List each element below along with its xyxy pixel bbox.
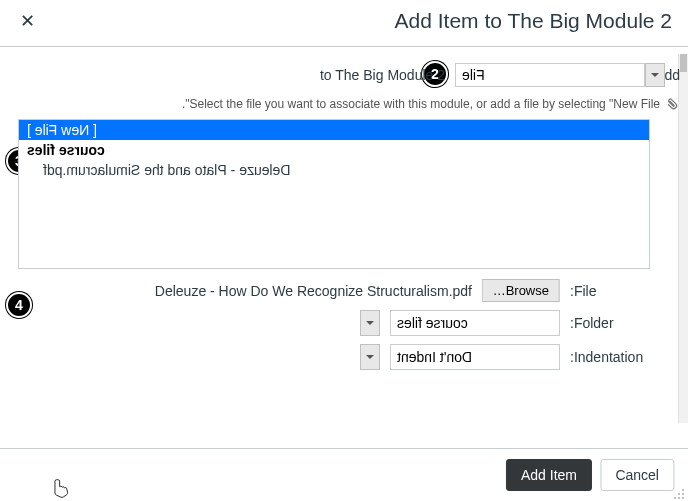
file-option-item[interactable]: Deleuze - Plato and the Simulacrum.pdf bbox=[19, 160, 649, 180]
indent-select[interactable] bbox=[390, 344, 560, 370]
chevron-down-icon[interactable] bbox=[645, 63, 665, 87]
cursor-pointer-icon bbox=[50, 477, 72, 499]
folder-row: Folder: bbox=[18, 310, 650, 336]
chevron-down-icon[interactable] bbox=[360, 310, 380, 336]
file-listbox[interactable]: [ New File ]course filesDeleuze - Plato … bbox=[18, 119, 650, 269]
file-option-new-file[interactable]: [ New File ] bbox=[19, 120, 649, 140]
type-select-wrap bbox=[455, 63, 645, 87]
chevron-down-icon[interactable] bbox=[360, 344, 380, 370]
resize-grip-icon[interactable] bbox=[672, 485, 686, 499]
hint-text: Select the file you want to associate wi… bbox=[182, 97, 660, 111]
folder-label: Folder: bbox=[570, 315, 650, 331]
cancel-button[interactable]: Cancel bbox=[600, 459, 674, 491]
add-item-button[interactable]: Add Item bbox=[506, 459, 592, 491]
add-type-row: Add to The Big Module 2 bbox=[18, 63, 680, 87]
modal-header: Add Item to The Big Module 2 ✕ bbox=[0, 0, 688, 47]
file-option-group: course files bbox=[19, 140, 649, 160]
modal-body: Add to The Big Module 2 Select the file … bbox=[0, 47, 688, 386]
add-item-modal: Add Item to The Big Module 2 ✕ 2 3 4 Add… bbox=[0, 0, 688, 501]
file-row: File: Browse… Deleuze - How Do We Recogn… bbox=[18, 279, 650, 302]
file-label: File: bbox=[570, 283, 650, 299]
modal-footer: Cancel Add Item bbox=[0, 448, 688, 501]
modal-title: Add Item to The Big Module 2 bbox=[395, 9, 672, 33]
type-select[interactable] bbox=[455, 63, 645, 87]
browse-button[interactable]: Browse… bbox=[482, 279, 560, 302]
indent-label: Indentation: bbox=[570, 349, 650, 365]
hint-row: Select the file you want to associate wi… bbox=[18, 97, 680, 111]
paperclip-icon bbox=[666, 97, 680, 111]
close-icon[interactable]: ✕ bbox=[16, 8, 39, 34]
add-suffix-label: to The Big Module 2 bbox=[320, 67, 445, 83]
folder-select[interactable] bbox=[390, 310, 560, 336]
indent-row: Indentation: bbox=[18, 344, 650, 370]
chosen-file-name: Deleuze - How Do We Recognize Structural… bbox=[154, 283, 471, 299]
